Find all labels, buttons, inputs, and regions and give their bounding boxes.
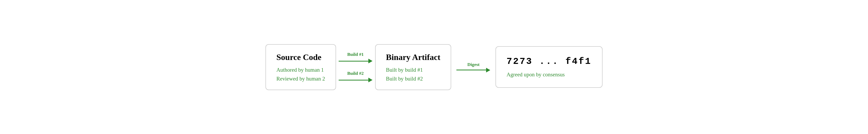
binary-artifact-item2: Built by build #2 bbox=[386, 76, 440, 82]
build2-shaft bbox=[339, 80, 368, 81]
digest-hash-title: 7273 ... f4f1 bbox=[506, 56, 592, 67]
digest-arrow-line bbox=[456, 68, 490, 73]
build2-arrow: Build #2 bbox=[339, 71, 373, 82]
digest-label: Digest bbox=[467, 62, 479, 67]
binary-artifact-item1: Built by build #1 bbox=[386, 67, 440, 73]
build1-arrow-line bbox=[339, 59, 373, 63]
source-code-title: Source Code bbox=[276, 52, 325, 62]
build1-shaft bbox=[339, 61, 368, 61]
digest-box: 7273 ... f4f1 Agreed upon by consensus bbox=[495, 46, 602, 88]
digest-consensus-item: Agreed upon by consensus bbox=[506, 72, 592, 78]
source-code-item1: Authored by human 1 bbox=[276, 67, 325, 73]
digest-arrow-group: Digest bbox=[451, 62, 495, 73]
binary-artifact-title: Binary Artifact bbox=[386, 52, 440, 62]
diagram-container: Source Code Authored by human 1 Reviewed… bbox=[252, 44, 616, 90]
build1-label: Build #1 bbox=[347, 52, 364, 57]
digest-shaft bbox=[456, 70, 486, 71]
build1-arrow: Build #1 bbox=[339, 52, 373, 63]
build2-arrow-line bbox=[339, 78, 373, 82]
build-arrows: Build #1 Build #2 bbox=[336, 52, 375, 82]
build1-head bbox=[368, 59, 373, 63]
source-code-item2: Reviewed by human 2 bbox=[276, 76, 325, 82]
source-code-box: Source Code Authored by human 1 Reviewed… bbox=[266, 44, 336, 90]
binary-artifact-box: Binary Artifact Built by build #1 Built … bbox=[375, 44, 452, 90]
digest-head bbox=[486, 68, 490, 73]
build2-head bbox=[368, 78, 373, 82]
build2-label: Build #2 bbox=[347, 71, 364, 76]
